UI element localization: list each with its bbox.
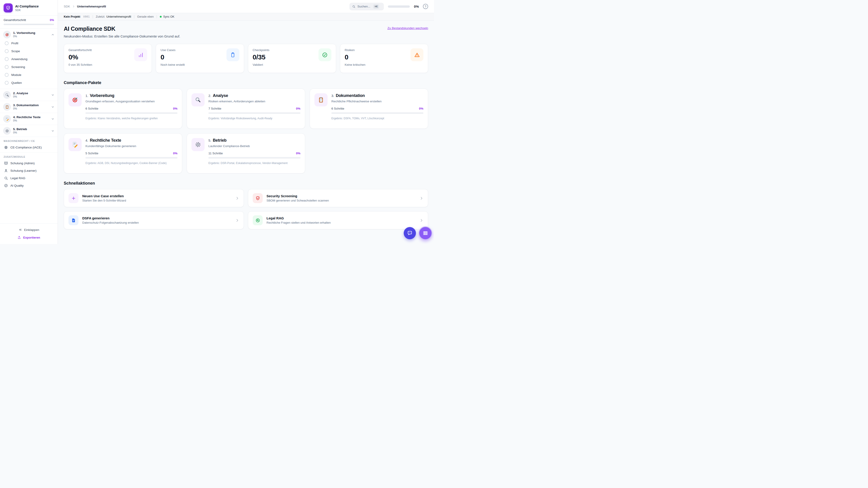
package-cards: 1. Vorbereitung Grundlagen erfassen, Aus… bbox=[64, 89, 428, 173]
page-subtitle: Neukunden-Modus: Erstellen Sie alle Comp… bbox=[64, 34, 180, 38]
sync-status: Sync OK bbox=[160, 15, 174, 18]
package-progress-bar bbox=[331, 112, 423, 114]
actions-heading: Schnellaktionen bbox=[64, 181, 428, 186]
action-description: Datenschutz-Folgenabschaetzung erstellen bbox=[82, 221, 231, 224]
double-chevron-left-icon bbox=[19, 228, 22, 232]
step-status-circle bbox=[5, 81, 8, 85]
sidebar-item-schulung-admin[interactable]: Schulung (Admin) bbox=[3, 160, 55, 167]
package-card-vorbereitung[interactable]: 1. Vorbereitung Grundlagen erfassen, Aus… bbox=[64, 89, 182, 129]
sidebar-item-schulung-learner[interactable]: Schulung (Learner) bbox=[3, 167, 55, 174]
breadcrumb-separator-icon bbox=[72, 5, 75, 8]
section-progress: 0% bbox=[13, 131, 49, 134]
chat-assistant-button[interactable] bbox=[404, 227, 416, 239]
step-label: Quellen bbox=[11, 81, 22, 85]
package-steps: 6 Schritte bbox=[86, 107, 98, 110]
package-result: Ergebnis: AGB, DSI, Nutzungsbedingungen,… bbox=[86, 162, 178, 165]
memo-pencil-emoji bbox=[68, 138, 82, 151]
action-dsfa-generieren[interactable]: DSFA generieren Datenschutz-Folgenabscha… bbox=[64, 211, 244, 229]
sidebar-item-label: Schulung (Admin) bbox=[10, 162, 35, 165]
board-view-button[interactable] bbox=[418, 226, 432, 240]
top-bar: SDK Unternehmensprofil Suchen... ⌘K 0% ? bbox=[58, 0, 434, 13]
chevron-down-icon bbox=[51, 93, 55, 97]
sidebar-section-rechtliche-texte-header[interactable]: 4. Rechtliche Texte 0% bbox=[3, 115, 55, 123]
action-legal-rag[interactable]: Legal RAG Rechtliche Fragen stellen und … bbox=[248, 211, 428, 229]
package-steps: 7 Schritte bbox=[209, 107, 221, 110]
package-description: Laufender Compliance-Betrieb bbox=[209, 144, 301, 148]
chevron-right-icon bbox=[235, 196, 239, 200]
sidebar-step-scope[interactable]: Scope bbox=[3, 47, 55, 55]
breadcrumb-root[interactable]: SDK bbox=[64, 5, 70, 8]
collapse-sidebar-button[interactable]: Einklappen bbox=[4, 226, 54, 234]
target-emoji bbox=[3, 31, 11, 38]
sidebar-section-betrieb-header[interactable]: 5. Betrieb 0% bbox=[3, 127, 55, 135]
package-progress-bar bbox=[209, 157, 301, 159]
sync-label: Sync OK bbox=[163, 15, 174, 18]
step-status-circle bbox=[5, 41, 8, 45]
sidebar-step-screening[interactable]: Screening bbox=[3, 63, 55, 71]
chevron-up-icon bbox=[51, 33, 55, 36]
stat-sub: 0 von 35 Schritten bbox=[68, 63, 92, 66]
export-button[interactable]: Exportieren bbox=[4, 234, 54, 241]
overall-progress-label: Gesamtfortschritt bbox=[4, 18, 26, 22]
step-label: Screening bbox=[11, 65, 25, 69]
package-result: Ergebnis: DSFA, TOMs, VVT, Löschkonzept bbox=[331, 117, 423, 120]
search-input[interactable]: Suchen... ⌘K bbox=[349, 3, 384, 10]
sidebar-step-quellen[interactable]: Quellen bbox=[3, 79, 55, 87]
section-progress: 0% bbox=[13, 119, 49, 122]
step-label: Scope bbox=[11, 50, 20, 53]
app-name: AI Compliance bbox=[15, 4, 39, 8]
book-open-icon bbox=[4, 161, 8, 165]
section-label: 5. Betrieb bbox=[13, 127, 49, 131]
clipboard-emoji bbox=[3, 103, 11, 111]
sidebar-section-vorbereitung-header[interactable]: 1. Vorbereitung 0% bbox=[3, 31, 55, 38]
sidebar-group-maschinenrecht: MASCHINENRECHT / CE CE-Compliance (IACE) bbox=[0, 137, 58, 153]
package-card-rechtliche-texte[interactable]: 4. Rechtliche Texte Kundenfähige Dokumen… bbox=[64, 133, 182, 173]
step-status-circle bbox=[5, 57, 8, 61]
package-card-analyse[interactable]: 2. Analyse Risiken erkennen, Anforderung… bbox=[187, 89, 305, 129]
step-status-circle bbox=[5, 73, 8, 77]
alert-triangle-icon bbox=[410, 48, 423, 61]
target-emoji bbox=[68, 93, 82, 106]
sidebar-item-ce-compliance[interactable]: CE-Compliance (IACE) bbox=[3, 144, 55, 151]
app-window: AI Compliance SDK Gesamtfortschritt 0% 1… bbox=[0, 0, 434, 244]
package-card-betrieb[interactable]: 5. Betrieb Laufender Compliance-Betrieb … bbox=[187, 133, 305, 173]
sidebar-item-ai-quality[interactable]: AI Quality bbox=[3, 182, 55, 189]
package-number: 3. bbox=[331, 94, 334, 98]
memo-pencil-emoji bbox=[3, 115, 11, 123]
sidebar-overall-progress: Gesamtfortschritt 0% bbox=[0, 15, 58, 29]
search-icon bbox=[4, 176, 8, 180]
section-progress: 0% bbox=[13, 107, 49, 110]
action-new-use-case[interactable]: Neuen Use Case erstellen Starten Sie den… bbox=[64, 189, 244, 207]
sidebar-step-profil[interactable]: Profil bbox=[3, 39, 55, 47]
sidebar-step-module[interactable]: Module bbox=[3, 71, 55, 79]
sidebar-section-analyse: 2. Analyse 0% bbox=[0, 89, 58, 101]
switch-mode-link[interactable]: Zu Bestandskunden wechseln bbox=[388, 26, 428, 30]
version-badge: V001 bbox=[83, 15, 90, 18]
action-description: Starten Sie den 5-Schritte-Wizard bbox=[82, 199, 231, 202]
package-result: Ergebnis: Klares Verständnis, welche Reg… bbox=[86, 117, 178, 120]
sidebar-item-legal-rag[interactable]: Legal RAG bbox=[3, 174, 55, 182]
sidebar-section-analyse-header[interactable]: 2. Analyse 0% bbox=[3, 91, 55, 99]
overall-progress-bar bbox=[4, 24, 54, 25]
package-steps: 5 Schritte bbox=[86, 152, 98, 155]
stat-card-checkpoints: Checkpoints 0/35 Validiert bbox=[248, 44, 336, 73]
help-button[interactable]: ? bbox=[423, 4, 428, 9]
package-title: Rechtliche Texte bbox=[90, 138, 121, 143]
page-content: AI Compliance SDK Neukunden-Modus: Erste… bbox=[58, 21, 434, 244]
sidebar-group-zusatzmodule: ZUSATZMODULE Schulung (Admin) Schulung (… bbox=[0, 153, 58, 191]
status-bar: Kein Projekt V001 Zuletzt: Unternehmensp… bbox=[58, 13, 434, 21]
action-security-screening[interactable]: Security Screening SBOM generieren und S… bbox=[248, 189, 428, 207]
chevron-down-icon bbox=[51, 105, 55, 109]
chevron-right-icon bbox=[235, 219, 239, 222]
package-card-dokumentation[interactable]: 3. Dokumentation Rechtliche Pflichtnachw… bbox=[310, 89, 428, 129]
sidebar-section-dokumentation-header[interactable]: 3. Dokumentation 0% bbox=[3, 103, 55, 111]
package-progress-value: 0% bbox=[173, 107, 178, 110]
package-description: Kundenfähige Dokumente generieren bbox=[86, 144, 178, 148]
package-number: 5. bbox=[209, 138, 211, 142]
package-progress-bar bbox=[86, 157, 178, 159]
section-label: 2. Analyse bbox=[13, 92, 49, 95]
last-step-value: Unternehmensprofil bbox=[106, 15, 131, 18]
search-icon bbox=[352, 5, 355, 8]
gear-emoji bbox=[191, 138, 205, 151]
sidebar-step-anwendung[interactable]: Anwendung bbox=[3, 55, 55, 63]
